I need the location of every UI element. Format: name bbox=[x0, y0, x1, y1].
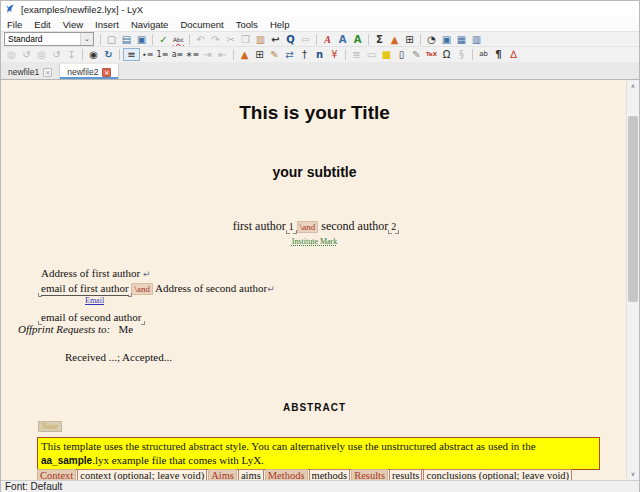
insert-note-icon[interactable]: ■ bbox=[379, 48, 394, 61]
bookmark-back-icon[interactable]: ⇦ bbox=[298, 33, 313, 46]
update-document-icon[interactable]: ↻ bbox=[101, 48, 116, 61]
cut-icon[interactable]: ✂ bbox=[223, 33, 238, 46]
paragraph-style-input[interactable] bbox=[5, 34, 80, 44]
apply-style-icon[interactable]: A bbox=[350, 33, 365, 46]
emphasis-icon[interactable]: A bbox=[320, 33, 335, 46]
received-line[interactable]: Received ...; Accepted... bbox=[65, 351, 172, 363]
toggle-outline-icon[interactable]: ◔ bbox=[424, 33, 439, 46]
insert-tex-icon[interactable]: TeX bbox=[424, 48, 439, 61]
institute-inset-label[interactable]: Institute Mark bbox=[1, 237, 628, 246]
insert-include-icon[interactable]: § bbox=[454, 48, 469, 61]
insert-math-icon[interactable]: Σ bbox=[372, 33, 387, 46]
vertical-scrollbar[interactable]: ∧ ∨ bbox=[626, 80, 639, 480]
context-value[interactable]: context (optional; leave void) bbox=[77, 469, 207, 480]
aims-inset-button[interactable]: Aims bbox=[208, 469, 237, 480]
author-first[interactable]: first author bbox=[233, 219, 286, 233]
menu-tools[interactable]: Tools bbox=[230, 19, 264, 30]
doc-author-line[interactable]: first author 1 \and second author 2 bbox=[1, 219, 628, 234]
abstract-heading[interactable]: ABSTRACT bbox=[1, 402, 628, 413]
split-view-icon[interactable]: ▦ bbox=[454, 33, 469, 46]
author-second[interactable]: second author bbox=[321, 219, 388, 233]
context-inset-button[interactable]: Context bbox=[37, 469, 76, 480]
track-changes-icon[interactable]: Abc bbox=[171, 33, 186, 46]
insert-nomenclature-icon[interactable]: ¥ bbox=[327, 48, 342, 61]
offprint-value[interactable]: Me bbox=[119, 323, 134, 335]
ert-and-inset-2[interactable]: \and bbox=[131, 283, 153, 295]
email-first-inset[interactable]: email of first author bbox=[41, 282, 129, 296]
paste-icon[interactable]: ▥ bbox=[253, 33, 268, 46]
offprint-line[interactable]: Offprint Requests to: Me bbox=[18, 323, 133, 335]
insert-label-icon[interactable]: ✎ bbox=[267, 48, 282, 61]
structured-abstract-row[interactable]: Context context (optional; leave void) A… bbox=[37, 469, 572, 480]
email-inset-label[interactable]: Email bbox=[85, 296, 104, 305]
paragraph-settings-icon[interactable]: ¶ bbox=[491, 48, 506, 61]
note-inset-button[interactable]: Note bbox=[38, 421, 62, 432]
view-master-icon[interactable]: ◎ bbox=[34, 48, 49, 61]
aims-value[interactable]: aims bbox=[238, 469, 264, 480]
numbered-list-icon[interactable]: 1≡ bbox=[155, 48, 170, 61]
bullet-list-icon[interactable]: ∙≡ bbox=[140, 48, 155, 61]
insert-citation-icon[interactable]: † bbox=[297, 48, 312, 61]
close-tab-icon[interactable]: ✕ bbox=[102, 68, 111, 77]
scroll-down-icon[interactable]: ∨ bbox=[627, 468, 639, 480]
insert-marginnote-icon[interactable]: ▭ bbox=[364, 48, 379, 61]
methods-inset-button[interactable]: Methods bbox=[265, 469, 308, 480]
institute-mark-2[interactable]: 2 bbox=[391, 221, 396, 232]
methods-value[interactable]: methods bbox=[309, 469, 351, 480]
doc-title[interactable]: This is your Title bbox=[1, 102, 628, 124]
insert-box-icon[interactable]: ▯ bbox=[394, 48, 409, 61]
scrollbar-thumb[interactable] bbox=[628, 116, 638, 302]
insert-crossref-icon[interactable]: ⇄ bbox=[282, 48, 297, 61]
tab-newfile1[interactable]: newfile1 ✕ bbox=[1, 64, 60, 79]
menu-document[interactable]: Document bbox=[174, 19, 229, 30]
menu-navigate[interactable]: Navigate bbox=[125, 19, 175, 30]
view-document-icon[interactable]: ◉ bbox=[86, 48, 101, 61]
conclusions-value[interactable]: conclusions (optional; leave void) bbox=[423, 469, 572, 480]
update-master-icon[interactable]: ↺ bbox=[49, 48, 64, 61]
results-value[interactable]: results bbox=[389, 469, 422, 480]
insert-table-icon[interactable]: ⊞ bbox=[252, 48, 267, 61]
close-tab-icon[interactable]: ✕ bbox=[43, 68, 52, 77]
copy-icon[interactable]: ❐ bbox=[238, 33, 253, 46]
change-case-icon[interactable]: ab bbox=[476, 48, 491, 61]
new-document-icon[interactable]: ▢ bbox=[104, 33, 119, 46]
spellcheck-icon[interactable]: ✓ bbox=[156, 33, 171, 46]
menu-file[interactable]: File bbox=[1, 19, 28, 30]
labeling-list-icon[interactable]: ∗≡ bbox=[185, 48, 200, 61]
open-documents-icon[interactable]: ▥ bbox=[469, 33, 484, 46]
results-inset-button[interactable]: Results bbox=[351, 469, 388, 480]
view-source-icon[interactable]: ▣ bbox=[439, 33, 454, 46]
combo-dropdown-icon[interactable]: ⌄ bbox=[80, 33, 93, 45]
insert-footnote-icon[interactable]: ≣ bbox=[349, 48, 364, 61]
insert-index-entry-icon[interactable]: n bbox=[312, 48, 327, 61]
tab-newfile2[interactable]: newfile2 ✕ bbox=[60, 64, 119, 79]
decrease-depth-icon[interactable]: ⇤ bbox=[215, 48, 230, 61]
email-address-line[interactable]: email of first author \and Address of se… bbox=[41, 282, 275, 296]
document-canvas[interactable]: This is your Title your subtitle first a… bbox=[1, 80, 639, 480]
insert-graphics-icon[interactable]: ▲ bbox=[387, 33, 402, 46]
thesaurus-icon[interactable]: ∆ bbox=[506, 48, 521, 61]
save-document-icon[interactable]: ▣ bbox=[134, 33, 149, 46]
insert-figure-icon[interactable]: ▲ bbox=[237, 48, 252, 61]
layout-standard-icon[interactable]: ≡ bbox=[123, 48, 140, 61]
undo-icon[interactable]: ↶ bbox=[193, 33, 208, 46]
menu-help[interactable]: Help bbox=[264, 19, 296, 30]
scroll-up-icon[interactable]: ∧ bbox=[627, 80, 639, 92]
abstract-note-box[interactable]: This template uses the structured abstra… bbox=[37, 437, 600, 470]
insert-hyperlink-icon[interactable]: ✎ bbox=[409, 48, 424, 61]
institute-mark-1[interactable]: 1 bbox=[289, 221, 294, 232]
menu-insert[interactable]: Insert bbox=[89, 19, 125, 30]
view-other-formats-icon[interactable]: ◎ bbox=[4, 48, 19, 61]
insert-table-icon[interactable]: ⊞ bbox=[402, 33, 417, 46]
paragraph-style-combo[interactable]: ⌄ bbox=[4, 32, 94, 46]
menu-edit[interactable]: Edit bbox=[28, 19, 56, 30]
description-list-icon[interactable]: a≡ bbox=[170, 48, 185, 61]
export-document-icon[interactable]: ↧ bbox=[64, 48, 79, 61]
redo-icon[interactable]: ↷ bbox=[208, 33, 223, 46]
menu-view[interactable]: View bbox=[57, 19, 89, 30]
find-replace-icon[interactable]: Q bbox=[283, 33, 298, 46]
noun-style-icon[interactable]: A bbox=[335, 33, 350, 46]
increase-depth-icon[interactable]: ⇥ bbox=[200, 48, 215, 61]
insert-special-char-icon[interactable]: Ω bbox=[439, 48, 454, 61]
doc-subtitle[interactable]: your subtitle bbox=[1, 164, 628, 180]
